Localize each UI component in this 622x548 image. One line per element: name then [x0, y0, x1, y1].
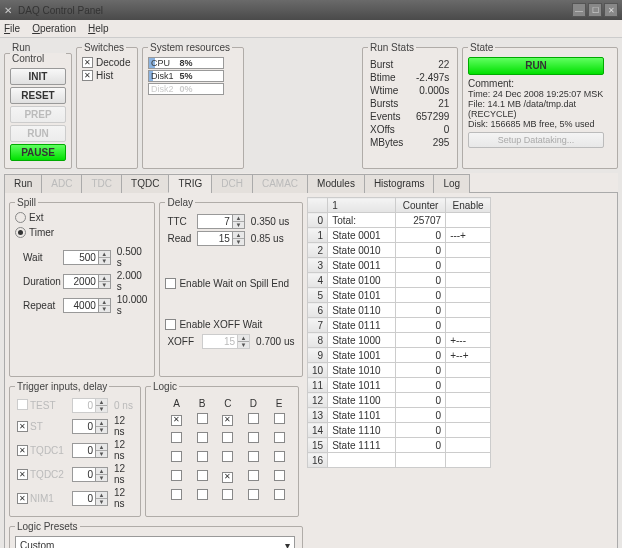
logic-checkbox[interactable] — [171, 415, 182, 426]
logic-checkbox[interactable] — [197, 413, 208, 424]
state-time: Time: 24 Dec 2008 19:25:07 MSK — [468, 89, 612, 99]
menu-operation[interactable]: Operation — [32, 23, 76, 34]
minimize-button[interactable]: — — [572, 3, 586, 17]
delay-xoff-spinner: ▲▼ — [202, 334, 250, 349]
tab-run[interactable]: Run — [4, 174, 42, 193]
menu-help[interactable]: Help — [88, 23, 109, 34]
disk2-bar: Disk20% — [148, 83, 224, 95]
tab-log[interactable]: Log — [433, 174, 470, 193]
logic-checkbox[interactable] — [274, 489, 285, 500]
table-row[interactable]: 14State 11100 — [308, 423, 491, 438]
triginput-checkbox[interactable] — [17, 421, 28, 432]
tab-trig[interactable]: TRIG — [168, 174, 212, 193]
tab-camac: CAMAC — [252, 174, 308, 193]
wait-spill-checkbox[interactable] — [165, 278, 176, 289]
close-button[interactable]: ✕ — [604, 3, 618, 17]
chevron-down-icon: ▾ — [285, 540, 290, 549]
spill-ext-radio[interactable] — [15, 212, 26, 223]
titlebar: ✕ DAQ Control Panel — ☐ ✕ — [0, 0, 622, 20]
tab-modules[interactable]: Modules — [307, 174, 365, 193]
logic-checkbox[interactable] — [197, 489, 208, 500]
switches-legend: Switches — [82, 42, 126, 53]
logic-checkbox[interactable] — [274, 413, 285, 424]
table-row[interactable]: 0Total:25707 — [308, 213, 491, 228]
tab-histograms[interactable]: Histograms — [364, 174, 435, 193]
table-row[interactable]: 7State 01110 — [308, 318, 491, 333]
logic-checkbox[interactable] — [222, 432, 233, 443]
state-file: File: 14.1 MB /data/tmp.dat (RECYCLE) — [468, 99, 612, 119]
tab-bar: Run ADC TDC TQDC TRIG DCH CAMAC Modules … — [4, 173, 618, 193]
triginput-delay-spinner[interactable]: ▲▼ — [72, 467, 108, 482]
delay-read-spinner[interactable]: ▲▼ — [197, 231, 245, 246]
runstats-table: Burst22 Btime-2.497s Wtime0.000s Bursts2… — [368, 57, 451, 150]
pause-button[interactable]: PAUSE — [10, 144, 66, 161]
logic-checkbox[interactable] — [248, 413, 259, 424]
logic-checkbox[interactable] — [248, 470, 259, 481]
logic-checkbox[interactable] — [248, 451, 259, 462]
logic-checkbox[interactable] — [274, 451, 285, 462]
logic-checkbox[interactable] — [197, 470, 208, 481]
menu-file[interactable]: File — [4, 23, 20, 34]
tab-adc: ADC — [41, 174, 82, 193]
spill-timer-radio[interactable] — [15, 227, 26, 238]
table-row[interactable]: 13State 11010 — [308, 408, 491, 423]
state-legend: State — [468, 42, 495, 53]
app-icon: ✕ — [4, 5, 12, 16]
runstats-legend: Run Stats — [368, 42, 416, 53]
spill-repeat-spinner[interactable]: ▲▼ — [63, 298, 111, 313]
triginput-delay-spinner[interactable]: ▲▼ — [72, 419, 108, 434]
hist-checkbox[interactable] — [82, 70, 93, 81]
run-button: RUN — [10, 125, 66, 142]
table-row[interactable]: 11State 10110 — [308, 378, 491, 393]
logic-checkbox[interactable] — [248, 432, 259, 443]
logic-checkbox[interactable] — [248, 489, 259, 500]
logic-presets-combo[interactable]: Custom▾ — [15, 536, 295, 548]
xoff-wait-checkbox[interactable] — [165, 319, 176, 330]
table-row[interactable]: 15State 11110 — [308, 438, 491, 453]
logic-checkbox[interactable] — [171, 470, 182, 481]
logic-checkbox[interactable] — [197, 451, 208, 462]
triginput-delay-spinner[interactable]: ▲▼ — [72, 443, 108, 458]
init-button[interactable]: INIT — [10, 68, 66, 85]
menubar: File Operation Help — [0, 20, 622, 38]
maximize-button[interactable]: ☐ — [588, 3, 602, 17]
logic-checkbox[interactable] — [274, 470, 285, 481]
logic-checkbox[interactable] — [171, 451, 182, 462]
triginput-checkbox[interactable] — [17, 469, 28, 480]
spill-duration-spinner[interactable]: ▲▼ — [63, 274, 111, 289]
table-row[interactable]: 9State 10010+--+ — [308, 348, 491, 363]
table-row[interactable]: 5State 01010 — [308, 288, 491, 303]
logic-checkbox[interactable] — [171, 432, 182, 443]
triginput-checkbox[interactable] — [17, 445, 28, 456]
setup-datataking-button: Setup Datataking... — [468, 132, 604, 148]
sysres-legend: System resources — [148, 42, 232, 53]
table-row[interactable]: 16 — [308, 453, 491, 468]
logic-checkbox[interactable] — [222, 451, 233, 462]
table-row[interactable]: 4State 01000 — [308, 273, 491, 288]
reset-button[interactable]: RESET — [10, 87, 66, 104]
triginput-checkbox[interactable] — [17, 493, 28, 504]
logic-checkbox[interactable] — [197, 432, 208, 443]
table-row[interactable]: 1State 00010---+ — [308, 228, 491, 243]
table-row[interactable]: 8State 10000+--- — [308, 333, 491, 348]
state-disk: Disk: 156685 MB free, 5% used — [468, 119, 612, 129]
disk1-bar: Disk15% — [148, 70, 224, 82]
triginput-delay-spinner[interactable]: ▲▼ — [72, 491, 108, 506]
logic-checkbox[interactable] — [222, 472, 233, 483]
table-row[interactable]: 2State 00100 — [308, 243, 491, 258]
delay-ttc-spinner[interactable]: ▲▼ — [197, 214, 245, 229]
table-row[interactable]: 6State 01100 — [308, 303, 491, 318]
spill-wait-spinner[interactable]: ▲▼ — [63, 250, 111, 265]
table-row[interactable]: 3State 00110 — [308, 258, 491, 273]
decode-checkbox[interactable] — [82, 57, 93, 68]
table-row[interactable]: 12State 11000 — [308, 393, 491, 408]
table-row[interactable]: 10State 10100 — [308, 363, 491, 378]
runcontrol-legend: Run Control — [10, 42, 66, 64]
tab-tqdc[interactable]: TQDC — [121, 174, 169, 193]
tab-dch: DCH — [211, 174, 253, 193]
logic-checkbox[interactable] — [222, 489, 233, 500]
logic-checkbox[interactable] — [222, 415, 233, 426]
state-comment: Comment: — [468, 78, 612, 89]
logic-checkbox[interactable] — [274, 432, 285, 443]
logic-checkbox[interactable] — [171, 489, 182, 500]
